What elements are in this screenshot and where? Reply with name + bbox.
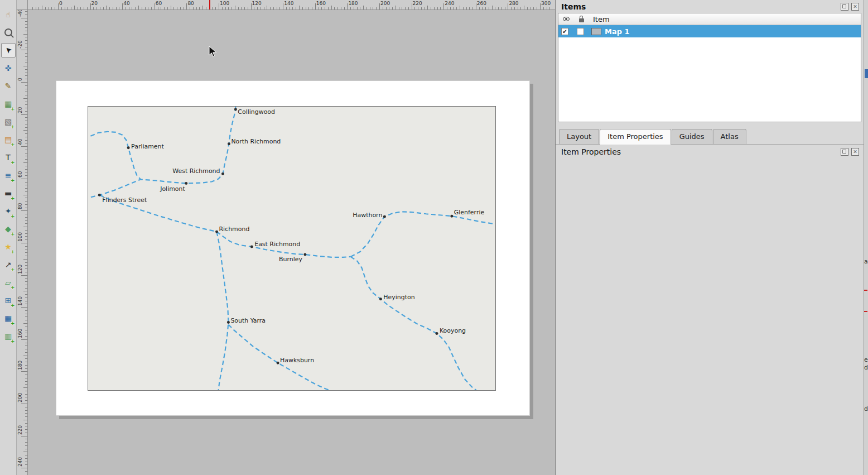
items-row-map1[interactable]: ✔ Map 1 [558,25,861,37]
v-ruler-label: 120 [17,264,23,274]
move-content-icon: ✜ [5,64,12,72]
add-plus-badge: + [11,195,15,201]
v-ruler-label: 100 [17,232,23,242]
station-dot [215,231,218,233]
add-plus-badge: + [11,142,15,147]
add-marker-tool[interactable]: ★+ [1,239,16,254]
h-ruler-label: 240 [445,1,454,6]
station-dot [221,172,224,175]
station-label: North Richmond [231,138,281,145]
v-ruler-label: 0 [17,78,23,81]
station-label: East Richmond [254,241,300,248]
tab-item-properties[interactable]: Item Properties [600,129,671,145]
h-ruler-label: 120 [252,1,262,6]
h-ruler-label: 200 [380,1,390,6]
dock-tabbar: LayoutItem PropertiesGuidesAtlas [556,128,864,145]
railway-line [351,257,476,390]
add-label-tool[interactable]: T+ [1,150,16,165]
item-properties-titlebar: Item Properties [556,145,864,158]
v-ruler-label: 200 [17,393,23,402]
railway-map-svg: CollingwoodNorth RichmondParliamentWest … [88,107,495,390]
add-3d-map-tool[interactable]: ▧+ [1,114,16,129]
h-ruler-label: 280 [509,1,518,6]
add-plus-badge: + [11,338,15,344]
item-properties-body [556,159,864,475]
edge-text-fragment: ed [864,356,868,363]
add-fixed-table-tool[interactable]: ▥+ [1,329,16,343]
edit-nodes-item-tool[interactable]: ✎ [1,79,16,93]
pan-tool[interactable]: ☝ [1,7,16,22]
map-item-map1[interactable]: CollingwoodNorth RichmondParliamentWest … [88,106,496,391]
edit-nodes-icon: ✎ [5,82,12,90]
station-label: West Richmond [172,167,220,175]
magnifier-icon [4,28,12,36]
v-ruler-label: -20 [17,41,23,49]
right-edge-strip: ayeddd [864,0,868,475]
items-panel-close-button[interactable] [851,3,859,11]
h-ruler-label: 80 [187,1,194,6]
add-map-tool[interactable]: ▦+ [1,97,16,111]
zoom-tool[interactable] [1,25,16,40]
text-label-icon: T [6,153,11,161]
h-ruler-label: 60 [156,1,162,6]
h-ruler-label: 260 [477,1,486,6]
station-dot [250,246,253,248]
add-legend-tool[interactable]: ≡+ [1,168,16,183]
add-scalebar-tool[interactable]: ▬+ [1,186,16,200]
v-ruler-label: 80 [17,203,23,209]
h-ruler-label: 100 [220,1,229,6]
select-move-item-tool[interactable]: ➤ [1,43,16,57]
edge-red-mark [864,290,867,291]
v-ruler-label: 140 [17,296,23,306]
map-item-thumbnail-icon [591,28,601,35]
layout-page[interactable]: CollingwoodNorth RichmondParliamentWest … [56,80,530,416]
station-label: Hawksburn [280,357,314,364]
add-plus-badge: + [11,267,15,272]
tab-atlas[interactable]: Atlas [713,129,746,144]
add-arrow-tool[interactable]: ↗+ [1,257,16,272]
add-node-item-tool[interactable]: ▱+ [1,275,16,290]
item-properties-float-button[interactable] [841,148,848,156]
horizontal-ruler: 0204060801001201401601802002202402602803… [17,0,555,10]
v-ruler-label: -40 [17,10,23,17]
item-properties-title: Item Properties [561,147,621,156]
lock-checkbox[interactable] [577,28,584,35]
v-ruler-label: 20 [17,107,23,113]
edge-blue-fragment [865,69,868,78]
items-panel-float-button[interactable] [841,3,848,11]
tab-layout[interactable]: Layout [559,129,599,144]
station-dot [234,108,237,111]
add-plus-badge: + [11,320,15,326]
layout-toolbar: ☝➤✜✎▦+▧+▤+T+≡+▬+✦+◆+★+↗+▱+⊞+▦+▥+ [0,0,17,475]
station-dot [303,253,306,256]
item-properties-close-button[interactable] [851,148,859,156]
station-dot [228,142,230,145]
station-label: Hawthorn [353,212,382,219]
add-shape-tool[interactable]: ◆+ [1,222,16,236]
add-plus-badge: + [11,106,15,112]
tab-guides[interactable]: Guides [672,129,712,144]
v-ruler-label: 160 [17,329,23,338]
add-plus-badge: + [11,231,15,237]
pan-hand-icon: ☝ [6,11,11,18]
h-ruler-label: 160 [316,1,326,6]
add-html-tool[interactable]: ⊞+ [1,293,16,308]
station-dot [379,298,382,300]
station-label: Glenferrie [454,209,485,216]
add-plus-badge: + [11,285,15,290]
station-dot [435,332,438,335]
station-label: South Yarra [230,317,266,324]
station-label: Richmond [219,225,250,233]
add-plus-badge: + [11,124,15,129]
add-north-arrow-tool[interactable]: ✦+ [1,204,16,218]
v-ruler-label: 60 [17,171,23,177]
layout-canvas[interactable]: CollingwoodNorth RichmondParliamentWest … [28,10,555,475]
add-picture-tool[interactable]: ▤+ [1,132,16,147]
station-dot [227,321,230,324]
add-attribute-table-tool[interactable]: ▦+ [1,311,16,325]
visibility-checkbox[interactable]: ✔ [561,28,568,35]
items-tree-header: Item [558,13,861,25]
move-item-content-tool[interactable]: ✜ [1,61,16,75]
h-ruler-label: 20 [91,1,98,6]
add-plus-badge: + [11,249,15,255]
